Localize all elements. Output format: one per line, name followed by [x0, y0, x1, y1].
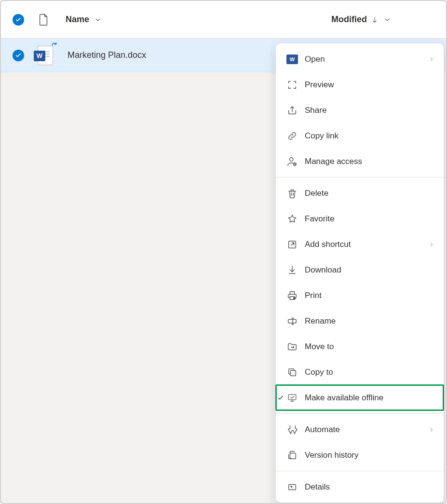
chevron-right-icon: [428, 241, 435, 248]
automate-icon: [286, 424, 298, 436]
row-checkbox[interactable]: [13, 50, 24, 61]
menu-divider: [276, 471, 444, 471]
menu-manage-access-label: Manage access: [305, 157, 435, 166]
menu-preview-label: Preview: [305, 80, 435, 90]
move-icon: [286, 341, 298, 353]
menu-move-to[interactable]: Move to: [276, 334, 444, 359]
menu-version-history-label: Version history: [305, 450, 435, 460]
column-header-modified[interactable]: Modified: [331, 14, 391, 25]
svg-rect-10: [289, 484, 296, 490]
menu-share-label: Share: [305, 106, 435, 115]
menu-download-label: Download: [305, 265, 435, 275]
menu-move-to-label: Move to: [305, 342, 435, 352]
menu-delete[interactable]: Delete: [276, 180, 444, 206]
menu-manage-access[interactable]: Manage access: [276, 149, 444, 174]
menu-automate-label: Automate: [305, 425, 428, 435]
file-name[interactable]: Marketing Plan.docx: [68, 50, 146, 60]
menu-copy-to[interactable]: Copy to: [276, 359, 444, 385]
svg-rect-7: [290, 370, 296, 376]
check-icon: [15, 16, 22, 23]
menu-download[interactable]: Download: [276, 257, 444, 283]
shortcut-icon: [286, 239, 298, 250]
chevron-down-icon: [94, 16, 102, 24]
print-icon: [286, 290, 298, 301]
svg-point-1: [290, 157, 293, 161]
offline-icon: [286, 392, 298, 404]
chevron-right-icon: [428, 56, 435, 63]
svg-rect-9: [290, 453, 296, 459]
menu-print-label: Print: [305, 291, 435, 300]
version-history-icon: [286, 450, 298, 461]
star-icon: [286, 213, 298, 225]
menu-preview[interactable]: Preview: [276, 72, 444, 97]
download-icon: [286, 264, 298, 276]
sync-icon: [51, 42, 58, 49]
svg-rect-8: [288, 394, 296, 399]
word-icon: W: [286, 54, 298, 65]
copy-icon: [286, 367, 298, 378]
select-all-checkbox[interactable]: [13, 14, 24, 26]
menu-divider: [276, 413, 444, 414]
context-menu: W Open Preview Share Copy link Manage ac…: [276, 43, 444, 503]
svg-point-5: [293, 297, 296, 300]
menu-make-available-offline-label: Make available offline: [305, 393, 435, 403]
menu-print[interactable]: Print: [276, 283, 444, 308]
menu-copy-to-label: Copy to: [305, 368, 435, 377]
delete-icon: [286, 188, 298, 199]
menu-add-shortcut[interactable]: Add shortcut: [276, 232, 444, 257]
menu-details-label: Details: [305, 482, 435, 492]
menu-automate[interactable]: Automate: [276, 417, 444, 442]
checkmark-icon: [276, 394, 285, 402]
menu-rename[interactable]: Rename: [276, 308, 444, 334]
check-icon: [15, 52, 22, 59]
menu-delete-label: Delete: [305, 189, 435, 198]
menu-rename-label: Rename: [305, 316, 435, 326]
menu-details[interactable]: Details: [276, 474, 444, 500]
column-header-modified-label: Modified: [331, 14, 367, 25]
menu-divider: [276, 177, 444, 177]
share-icon: [286, 105, 298, 116]
menu-make-available-offline[interactable]: Make available offline: [276, 385, 444, 410]
column-header-name-label: Name: [66, 14, 89, 25]
menu-add-shortcut-label: Add shortcut: [305, 240, 428, 249]
menu-version-history[interactable]: Version history: [276, 442, 444, 468]
menu-copy-link-label: Copy link: [305, 131, 435, 141]
menu-favorite[interactable]: Favorite: [276, 206, 444, 232]
arrow-down-icon: [371, 15, 379, 24]
details-icon: [286, 481, 298, 493]
chevron-right-icon: [428, 426, 435, 433]
menu-open-label: Open: [305, 54, 428, 64]
menu-open[interactable]: W Open: [276, 46, 444, 72]
preview-icon: [286, 79, 298, 91]
link-icon: [286, 130, 298, 142]
menu-favorite-label: Favorite: [305, 214, 435, 224]
menu-copy-link[interactable]: Copy link: [276, 123, 444, 149]
word-file-icon: W: [38, 46, 53, 65]
column-header-row: Name Modified: [1, 1, 446, 39]
menu-share[interactable]: Share: [276, 97, 444, 123]
file-type-column-icon: [38, 14, 49, 26]
column-header-name[interactable]: Name: [66, 14, 102, 25]
manage-access-icon: [286, 156, 298, 167]
rename-icon: [286, 315, 298, 327]
chevron-down-icon: [383, 16, 391, 24]
svg-rect-6: [288, 319, 297, 323]
